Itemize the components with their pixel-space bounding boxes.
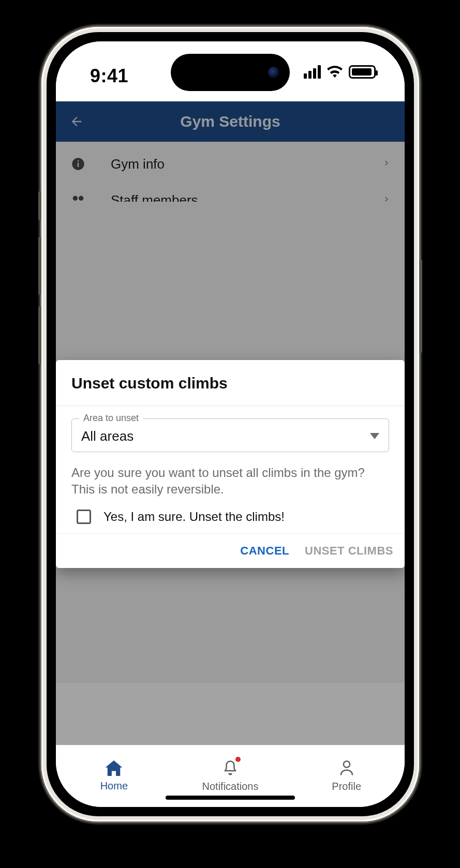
bell-icon — [222, 760, 238, 779]
warning-text: Are you sure you want to unset all climb… — [71, 465, 389, 498]
svg-point-7 — [344, 761, 350, 767]
status-time: 9:41 — [90, 65, 128, 87]
dynamic-island — [171, 54, 290, 91]
app-root: 9:41 — [56, 41, 405, 807]
phone-frame: 9:41 — [41, 27, 419, 821]
home-indicator — [166, 796, 295, 800]
checkbox-label: Yes, I am sure. Unset the climbs! — [103, 510, 285, 524]
person-icon — [339, 760, 354, 779]
tab-home[interactable]: Home — [56, 745, 172, 807]
dropdown-icon — [370, 432, 379, 441]
status-bar: 9:41 — [56, 41, 405, 101]
battery-icon — [349, 65, 376, 79]
app-body: Gym Settings Gym info — [56, 101, 405, 745]
unset-climbs-dialog: Unset custom climbs Area to unset All ar… — [56, 360, 405, 568]
tab-profile[interactable]: Profile — [288, 745, 405, 807]
cellular-icon — [304, 65, 321, 79]
tab-label: Home — [100, 780, 128, 792]
dialog-title: Unset custom climbs — [71, 375, 389, 392]
home-icon — [105, 760, 123, 778]
volume-up-button — [38, 237, 41, 295]
tab-label: Profile — [332, 781, 361, 792]
confirm-checkbox-row[interactable]: Yes, I am sure. Unset the climbs! — [71, 510, 389, 524]
unset-climbs-button[interactable]: UNSET CLIMBS — [305, 544, 393, 558]
field-value: All areas — [81, 428, 133, 444]
area-select[interactable]: Area to unset All areas — [71, 418, 389, 452]
screen: 9:41 — [56, 41, 405, 807]
volume-down-button — [38, 306, 41, 364]
power-button — [419, 260, 422, 353]
dialog-header: Unset custom climbs — [56, 360, 405, 406]
confirm-checkbox[interactable] — [77, 510, 91, 524]
field-label: Area to unset — [79, 413, 143, 424]
wifi-icon — [327, 66, 343, 78]
cancel-button[interactable]: CANCEL — [240, 544, 289, 558]
dialog-actions: CANCEL UNSET CLIMBS — [56, 533, 405, 568]
phone-bezel: 9:41 — [47, 32, 414, 816]
notification-badge — [235, 757, 241, 762]
side-button — [38, 191, 41, 220]
status-icons — [304, 65, 376, 79]
device-mockup: 9:41 — [0, 0, 460, 868]
tab-label: Notifications — [202, 781, 259, 792]
dialog-body: Area to unset All areas Are you sure you… — [56, 406, 405, 533]
